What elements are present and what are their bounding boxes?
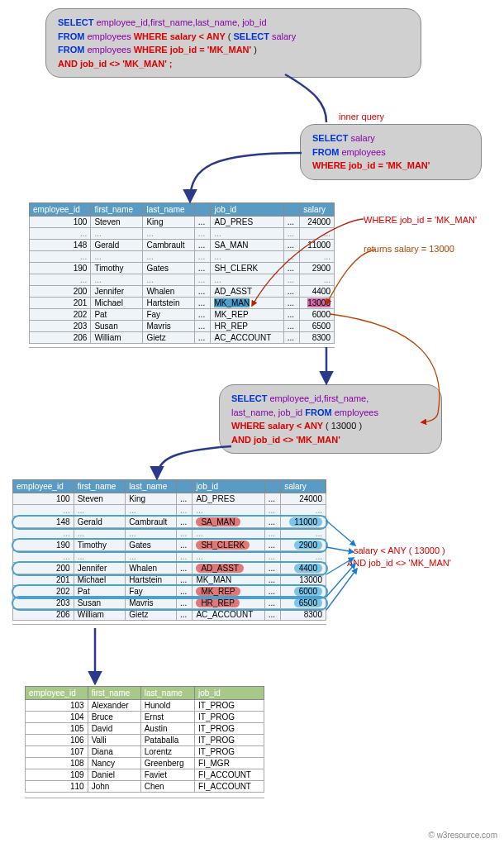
table-row: 190TimothyGates...SH_CLERK...2900 [30,263,335,274]
kw: FROM [58,45,87,55]
table-row: 103AlexanderHunoldIT_PROG [26,700,264,712]
torn-edge [25,798,264,803]
sql-main-block: SELECT employee_id,first_name,last_name,… [45,8,421,78]
table-row: 110JohnChenFI_ACCOUNT [26,781,264,793]
table-row: 148GeraldCambrault...SA_MAN...11000 [13,517,326,528]
cols: employee_id,first_name,last_name, job_id [96,17,266,27]
table-row: 105DavidAustinIT_PROG [26,723,264,735]
col-header [194,203,211,217]
table-row: 202PatFay...MK_REP...6000 [30,309,335,321]
table-row: 106ValliPataballaIT_PROG [26,735,264,746]
table-row: 206WilliamGietz...AC_ACCOUNT...8300 [13,609,326,621]
table-row: 108NancyGreenbergFI_MGR [26,758,264,769]
table-row: 148GeraldCambrault...SA_MAN...11000 [30,240,335,251]
tbl: employees [87,31,133,41]
table-row-dots: ..................... [30,274,335,286]
sql-inner-block: SELECT salary FROM employees WHERE job_i… [300,124,482,180]
table-row: 206WilliamGietz...AC_ACCOUNT...8300 [30,332,335,344]
col: salary [350,133,374,143]
table-row: 202PatFay...MK_REP...6000 [13,586,326,598]
kw: SELECT [231,393,269,403]
annot-job-condition: AND job_id <> 'MK_MAN' [347,558,451,568]
paren: ) [254,45,257,55]
col-header: last_name [140,687,194,700]
kw: FROM [312,147,341,157]
col-header: first_name [88,687,140,700]
col-header: job_id [193,480,264,493]
annot-salary-condition: salary < ANY ( 13000 ) [354,545,445,555]
cols: employee_id,first_name, [269,393,368,403]
where: WHERE job_id = 'MK_MAN' [134,45,254,55]
table-row: 190TimothyGates...SH_CLERK...2900 [13,540,326,551]
table-row: 100StevenKing...AD_PRES...24000 [13,493,326,505]
tbl: employees [87,45,133,55]
table-row: 107DianaLorentzIT_PROG [26,746,264,758]
tbl: employees [341,147,385,157]
col-header: employee_id [26,687,88,700]
where: WHERE salary < ANY [231,421,326,431]
col-header: last_name [126,480,177,493]
torn-edge [12,624,326,629]
employees-table-full: employee_idfirst_namelast_namejob_idsala… [29,202,335,344]
sql-middle-block: SELECT employee_id,first_name, last_name… [219,384,442,454]
kw: FROM [305,407,334,417]
col-header: job_id [195,687,264,700]
annot-returns-salary: returns salary = 13000 [364,244,454,254]
kw: SELECT [312,133,350,143]
col-header: salary [281,480,326,493]
table-row-dots: ..................... [13,551,326,563]
annot-where-mkman: WHERE job_id = 'MK_MAN' [364,215,477,225]
table-row: 203SusanMavris...HR_REP...6500 [13,598,326,609]
table-row-dots: ..................... [13,528,326,540]
table-row: 104BruceErnstIT_PROG [26,712,264,723]
table-row: 200JenniferWhalen...AD_ASST...4400 [30,286,335,298]
val: ( 13000 ) [326,421,362,431]
table-row: 100StevenKing...AD_PRES...24000 [30,217,335,228]
table-row: 201MichaelHartstein...MK_MAN...13000 [13,574,326,586]
table-row: 203SusanMavris...HR_REP...6500 [30,321,335,332]
col-header: first_name [74,480,125,493]
tbl: employees [335,407,378,417]
table-row-dots: ..................... [30,251,335,263]
where: WHERE salary < ANY [134,31,228,41]
result-table: employee_idfirst_namelast_namejob_id103A… [25,686,264,793]
kw: SELECT [233,31,271,41]
kw: SELECT [58,17,96,27]
col-header [283,203,300,217]
and: AND job_id <> 'MK_MAN' [231,435,340,445]
table-row: 109DanielFavietFI_ACCOUNT [26,769,264,781]
col-header [176,480,192,493]
where: WHERE job_id = 'MK_MAN' [312,160,430,170]
torn-edge [29,347,335,352]
col-header: employee_id [13,480,74,493]
col-header: first_name [91,203,143,217]
employees-table-filtered: employee_idfirst_namelast_namejob_idsala… [12,479,326,621]
table-row-dots: ..................... [13,505,326,517]
and: AND job_id <> 'MK_MAN' ; [58,59,172,69]
col-header [264,480,280,493]
col-header: salary [300,203,335,217]
table-row: 201MichaelHartstein...MK_MAN...13000 [30,298,335,309]
cols: last_name, job_id [231,407,305,417]
copyright: © w3resource.com [428,831,497,840]
col-header: employee_id [30,203,91,217]
col-header: last_name [143,203,194,217]
col: salary [272,31,296,41]
table-row: 200JenniferWhalen...AD_ASST...4400 [13,563,326,574]
kw: FROM [58,31,87,41]
col-header: job_id [211,203,283,217]
inner-query-label: inner query [339,112,384,121]
table-row-dots: ..................... [30,228,335,240]
